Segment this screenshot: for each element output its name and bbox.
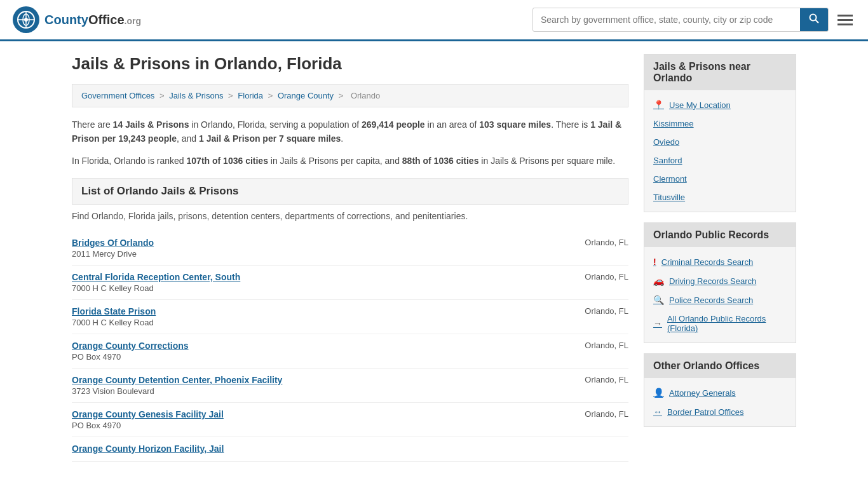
facility-item: Orange County Detention Center, Phoenix … [72,369,628,403]
sidebar-link-oviedo[interactable]: Oviedo [644,133,796,151]
menu-line [837,15,853,17]
facility-name[interactable]: Orange County Detention Center, Phoenix … [72,375,552,385]
breadcrumb-orange-county[interactable]: Orange County [278,91,334,100]
svg-point-5 [810,15,817,21]
list-description: Find Orlando, Florida jails, prisons, de… [72,211,628,221]
breadcrumb: Government Offices > Jails & Prisons > F… [72,84,628,107]
facility-info: Central Florida Reception Center, South … [72,272,552,293]
sidebar-link-sanford[interactable]: Sanford [644,151,796,170]
sidebar-link-kissimmee[interactable]: Kissimmee [644,114,796,133]
attorney-generals-label: Attorney Generals [669,388,736,398]
logo-icon [13,6,39,33]
facility-address: PO Box 4970 [72,352,552,362]
facility-item: Orange County Horizon Facility, Jail [72,437,628,462]
arrow-icon: → [653,318,662,329]
left-content: Jails & Prisons in Orlando, Florida Gove… [72,54,628,462]
facility-info: Orange County Horizon Facility, Jail [72,444,552,455]
use-my-location-label: Use My Location [669,100,731,110]
facility-info: Orange County Detention Center, Phoenix … [72,375,552,396]
facility-address: 3723 Vision Boulevard [72,386,552,396]
breadcrumb-government-offices[interactable]: Government Offices [81,91,154,100]
sidebar-other-offices: Other Orlando Offices 👤 Attorney General… [644,353,796,427]
facility-item: Bridges Of Orlando 2011 Mercy Drive Orla… [72,231,628,266]
sidebar-link-titusville[interactable]: Titusville [644,188,796,207]
police-icon: 🔍 [653,295,664,305]
sidebar: Jails & Prisons near Orlando 📍 Use My Lo… [644,54,796,462]
sidebar-other-offices-content: 👤 Attorney Generals ↔ Border Patrol Offi… [644,378,796,426]
facility-name[interactable]: Florida State Prison [72,306,552,316]
border-icon: ↔ [653,407,662,417]
facility-address: 7000 H C Kelley Road [72,283,552,293]
main-container: Jails & Prisons in Orlando, Florida Gove… [59,41,809,475]
facility-name[interactable]: Orange County Horizon Facility, Jail [72,444,552,454]
sidebar-link-clermont[interactable]: Clermont [644,170,796,188]
person-icon: 👤 [653,388,664,398]
facility-location: Orlando, FL [552,375,628,384]
clermont-label: Clermont [653,174,687,184]
breadcrumb-florida[interactable]: Florida [238,91,263,100]
sanford-label: Sanford [653,156,682,165]
site-header: CountyOffice.org [0,0,868,41]
driving-records-label: Driving Records Search [669,276,756,286]
driving-icon: 🚗 [653,276,664,286]
facility-location: Orlando, FL [552,409,628,419]
sidebar-jails-prisons: Jails & Prisons near Orlando 📍 Use My Lo… [644,54,796,212]
attorney-generals-link[interactable]: 👤 Attorney Generals [644,383,796,402]
search-bar [532,8,829,32]
sidebar-jails-prisons-title: Jails & Prisons near Orlando [644,55,796,90]
facility-address: 7000 H C Kelley Road [72,318,552,327]
logo-text: CountyOffice.org [44,13,141,27]
facility-info: Florida State Prison 7000 H C Kelley Roa… [72,306,552,327]
location-icon: 📍 [653,100,664,110]
criminal-records-link[interactable]: ! Criminal Records Search [644,252,796,271]
list-section-header: List of Orlando Jails & Prisons [72,178,628,205]
facility-address: 2011 Mercy Drive [72,249,552,259]
facility-info: Orange County Corrections PO Box 4970 [72,341,552,362]
facility-location: Orlando, FL [552,238,628,247]
facility-address: PO Box 4970 [72,421,552,430]
sidebar-public-records-content: ! Criminal Records Search 🚗 Driving Reco… [644,247,796,342]
breadcrumb-orlando: Orlando [351,91,380,100]
facility-item: Florida State Prison 7000 H C Kelley Roa… [72,300,628,334]
titusville-label: Titusville [653,193,685,202]
all-records-label: All Orlando Public Records (Florida) [667,314,787,333]
border-patrol-link[interactable]: ↔ Border Patrol Offices [644,402,796,421]
border-patrol-label: Border Patrol Offices [667,407,743,417]
header-right [532,8,855,32]
facility-item: Central Florida Reception Center, South … [72,266,628,300]
kissimmee-label: Kissimmee [653,119,694,128]
all-records-link[interactable]: → All Orlando Public Records (Florida) [644,309,796,337]
facility-location: Orlando, FL [552,272,628,281]
menu-line [837,19,853,21]
breadcrumb-sep: > [339,91,346,100]
sidebar-public-records: Orlando Public Records ! Criminal Record… [644,222,796,343]
menu-button[interactable] [835,12,855,28]
criminal-records-label: Criminal Records Search [661,257,754,267]
police-records-label: Police Records Search [669,295,753,305]
search-button[interactable] [800,8,828,31]
facility-name[interactable]: Bridges Of Orlando [72,238,552,248]
search-input[interactable] [533,10,800,30]
breadcrumb-sep: > [159,91,166,100]
police-records-link[interactable]: 🔍 Police Records Search [644,290,796,309]
facility-name[interactable]: Orange County Genesis Facility Jail [72,409,552,419]
facility-name[interactable]: Central Florida Reception Center, South [72,272,552,282]
logo-area: CountyOffice.org [13,6,141,33]
facility-name[interactable]: Orange County Corrections [72,341,552,351]
facility-info: Orange County Genesis Facility Jail PO B… [72,409,552,430]
use-my-location-link[interactable]: 📍 Use My Location [644,95,796,114]
facilities-list: Bridges Of Orlando 2011 Mercy Drive Orla… [72,231,628,462]
page-title: Jails & Prisons in Orlando, Florida [72,54,628,74]
svg-point-4 [24,18,28,22]
criminal-icon: ! [653,257,656,267]
facility-location: Orlando, FL [552,306,628,316]
oviedo-label: Oviedo [653,137,679,147]
driving-records-link[interactable]: 🚗 Driving Records Search [644,271,796,290]
facility-info: Bridges Of Orlando 2011 Mercy Drive [72,238,552,259]
breadcrumb-jails-prisons[interactable]: Jails & Prisons [169,91,223,100]
breadcrumb-sep: > [268,91,275,100]
svg-line-6 [816,20,819,24]
facility-item: Orange County Corrections PO Box 4970 Or… [72,334,628,369]
facility-item: Orange County Genesis Facility Jail PO B… [72,403,628,437]
description-2: In Florida, Orlando is ranked 107th of 1… [72,154,628,168]
